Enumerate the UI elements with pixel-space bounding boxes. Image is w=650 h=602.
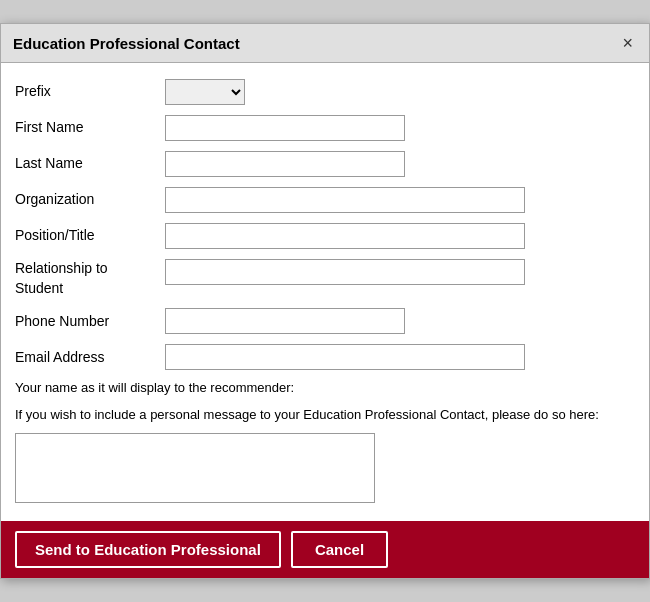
first-name-label: First Name — [15, 118, 165, 138]
prefix-select[interactable]: Mr. Ms. Mrs. Dr. Prof. — [165, 79, 245, 105]
dialog-body: Prefix Mr. Ms. Mrs. Dr. Prof. First Name… — [1, 63, 649, 521]
relationship-input[interactable] — [165, 259, 525, 285]
message-row — [15, 433, 635, 503]
personal-message-textarea[interactable] — [15, 433, 375, 503]
display-name-info: Your name as it will display to the reco… — [15, 380, 635, 395]
email-input[interactable] — [165, 344, 525, 370]
position-title-row: Position/Title — [15, 223, 635, 249]
relationship-row: Relationship to Student — [15, 259, 635, 298]
first-name-row: First Name — [15, 115, 635, 141]
first-name-input[interactable] — [165, 115, 405, 141]
prefix-row: Prefix Mr. Ms. Mrs. Dr. Prof. — [15, 79, 635, 105]
relationship-label: Relationship to Student — [15, 259, 165, 298]
personal-message-info: If you wish to include a personal messag… — [15, 405, 635, 425]
phone-row: Phone Number — [15, 308, 635, 334]
email-label: Email Address — [15, 348, 165, 368]
education-professional-dialog: Education Professional Contact × Prefix … — [0, 23, 650, 579]
phone-label: Phone Number — [15, 312, 165, 332]
close-button[interactable]: × — [618, 34, 637, 52]
position-title-label: Position/Title — [15, 226, 165, 246]
organization-input[interactable] — [165, 187, 525, 213]
prefix-label: Prefix — [15, 82, 165, 102]
dialog-header: Education Professional Contact × — [1, 24, 649, 63]
organization-row: Organization — [15, 187, 635, 213]
dialog-footer: Send to Education Professional Cancel — [1, 521, 649, 578]
dialog-title: Education Professional Contact — [13, 35, 240, 52]
last-name-row: Last Name — [15, 151, 635, 177]
position-title-input[interactable] — [165, 223, 525, 249]
last-name-input[interactable] — [165, 151, 405, 177]
email-row: Email Address — [15, 344, 635, 370]
last-name-label: Last Name — [15, 154, 165, 174]
phone-input[interactable] — [165, 308, 405, 334]
send-button[interactable]: Send to Education Professional — [15, 531, 281, 568]
cancel-button[interactable]: Cancel — [291, 531, 388, 568]
organization-label: Organization — [15, 190, 165, 210]
